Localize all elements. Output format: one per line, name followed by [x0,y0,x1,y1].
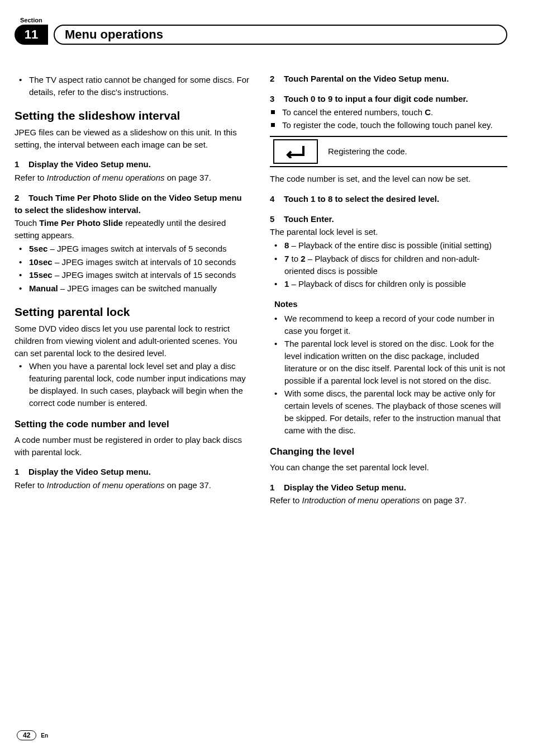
text: Refer to [15,173,47,182]
content-columns: The TV aspect ratio cannot be changed fo… [15,73,507,508]
bold-term: Time Per Photo Slide [39,218,123,228]
step-number: 1 [15,159,19,169]
text: Touch [15,218,39,228]
text: To cancel the entered numbers, touch [282,107,425,117]
heading-slideshow: Setting the slideshow interval [15,108,252,123]
changing-step-1: 1 Display the Video Setup menu. [270,481,507,494]
chapter-header: 11 Menu operations [15,25,507,45]
option-key: Manual [29,284,58,293]
step-title: Touch 1 to 8 to select the desired level… [284,194,439,204]
page-number-badge: 42 [17,730,36,740]
bold-key: C [425,107,431,117]
chapter-number-badge: 11 [15,25,48,45]
heading-parental: Setting parental lock [15,305,252,319]
page-language: En [41,733,48,739]
step-title: Touch Time Per Photo Slide on the Video … [15,193,242,215]
option-desc: – JPEG images can be switched manually [58,284,217,293]
step-number: 5 [270,214,274,224]
section-label: Section [20,17,507,23]
step-number: 3 [270,94,274,103]
touch-key-table: Registering the code. [270,136,507,167]
step-title: Display the Video Setup menu. [28,159,151,169]
text: on page 37. [420,495,467,505]
parental-step-2: 2 Touch Parental on the Video Setup menu… [270,73,507,85]
page-footer: 42 En [17,730,48,740]
heading-changing-level: Changing the level [270,445,507,459]
intro-bullet-list: The TV aspect ratio cannot be changed fo… [15,74,252,98]
step5-body: The parental lock level is set. [270,226,507,238]
step-title: Touch Parental on the Video Setup menu. [284,74,449,83]
notes-heading: Notes [274,298,507,310]
left-column: The TV aspect ratio cannot be changed fo… [15,73,252,508]
option-item: Manual – JPEG images can be switched man… [15,282,252,295]
square-item: To cancel the entered numbers, touch C. [270,106,507,119]
option-desc: – JPEG images switch at intervals of 10 … [53,257,236,267]
level-desc: – Playback of discs for children and non… [284,254,479,276]
intro-bullet-item: The TV aspect ratio cannot be changed fo… [15,74,252,98]
step-body: Touch Time Per Photo Slide repeatedly un… [15,217,252,242]
step-number: 4 [270,194,274,204]
step-title: Display the Video Setup menu. [284,483,406,492]
text: on page 37. [165,480,211,490]
option-desc: – JPEG images switch at intervals of 5 s… [47,244,226,253]
parental-step-4: 4 Touch 1 to 8 to select the desired lev… [270,193,507,205]
note-item: The parental lock level is stored on the… [270,338,507,386]
parental-step-5: 5 Touch Enter. [270,213,507,225]
option-key: 5sec [29,244,47,253]
step-body: Refer to Introduction of menu operations… [15,172,252,184]
parental-step-1: 1 Display the Video Setup menu. [15,466,252,478]
slideshow-options: 5sec – JPEG images switch at intervals o… [15,243,252,295]
enter-key-icon [273,139,318,164]
step-number: 1 [15,467,19,476]
chapter-title-container: Menu operations [54,25,507,45]
text: Refer to [15,480,47,490]
slideshow-step-1: 1 Display the Video Setup menu. [15,158,252,171]
option-item: 5sec – JPEG images switch at intervals o… [15,243,252,255]
parental-bullet-item: When you have a parental lock level set … [15,360,252,409]
step-body: Refer to Introduction of menu operations… [270,494,507,507]
step3-square-list: To cancel the entered numbers, touch C. … [270,106,507,132]
level-key2: 2 [301,254,305,263]
slideshow-intro: JPEG files can be viewed as a slideshow … [15,126,252,151]
step-title: Display the Video Setup menu. [28,467,151,476]
level-item: 1 – Playback of discs for children only … [270,278,507,290]
level-options: 8 – Playback of the entire disc is possi… [270,239,507,290]
level-item: 7 to 2 – Playback of discs for children … [270,253,507,277]
level-desc: – Playback of the entire disc is possibl… [289,240,492,250]
parental-bullet-list: When you have a parental lock level set … [15,360,252,409]
manual-page: Section 11 Menu operations The TV aspect… [0,0,533,756]
text: on page 37. [165,173,211,182]
option-item: 10sec – JPEG images switch at intervals … [15,256,252,268]
square-item: To register the code, touch the followin… [270,119,507,131]
chapter-title: Menu operations [65,27,163,42]
note-item: With some discs, the parental lock may b… [270,388,507,436]
text: . [431,107,433,117]
step-number: 2 [270,74,274,83]
parental-step-3: 3 Touch 0 to 9 to input a four digit cod… [270,93,507,105]
ref-italic: Introduction of menu operations [47,480,165,490]
step-body: Refer to Introduction of menu operations… [15,479,252,492]
option-key: 15sec [29,270,53,280]
step-number: 1 [270,483,274,492]
slideshow-step-2: 2 Touch Time Per Photo Slide on the Vide… [15,192,252,216]
level-desc: – Playback of discs for children only is… [289,279,466,289]
option-item: 15sec – JPEG images switch at intervals … [15,269,252,281]
touch-key-desc: Registering the code. [321,137,507,166]
option-desc: – JPEG images switch at intervals of 15 … [53,270,236,280]
text: Refer to [270,495,302,505]
ref-italic: Introduction of menu operations [302,495,420,505]
step-title: Touch 0 to 9 to input a four digit code … [284,94,468,103]
code-level-intro: A code number must be registered in orde… [15,434,252,459]
touch-key-cell [270,137,321,166]
parental-intro: Some DVD video discs let you use parenta… [15,323,252,359]
level-item: 8 – Playback of the entire disc is possi… [270,239,507,252]
ref-italic: Introduction of menu operations [47,173,165,182]
right-column: 2 Touch Parental on the Video Setup menu… [270,73,507,508]
step-title: Touch Enter. [284,214,334,224]
option-key: 10sec [29,257,53,267]
note-item: We recommend to keep a record of your co… [270,313,507,337]
changing-intro: You can change the set parental lock lev… [270,461,507,474]
text: to [289,254,301,263]
notes-list: We recommend to keep a record of your co… [270,313,507,437]
after-key-text: The code number is set, and the level ca… [270,173,507,185]
